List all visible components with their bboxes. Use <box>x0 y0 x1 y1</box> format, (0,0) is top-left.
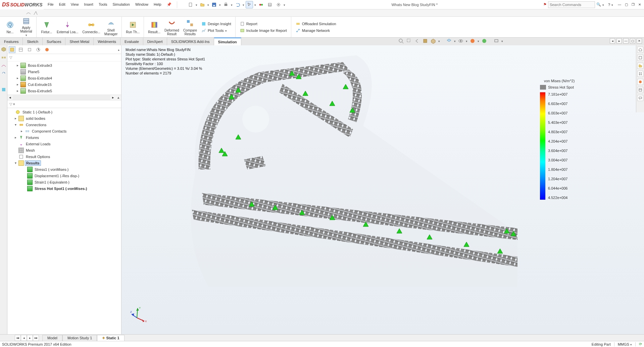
lv-curve-icon[interactable] <box>1 63 6 68</box>
study-fixtures[interactable]: ▸Fixtures <box>7 134 121 141</box>
scene-icon[interactable] <box>481 38 487 44</box>
study-external-loads[interactable]: External Loads <box>7 141 121 147</box>
tree-item[interactable]: ▸Boss-Extrude5 <box>7 88 121 94</box>
fm-tab-display-icon[interactable] <box>44 46 50 53</box>
display-style-icon[interactable] <box>446 38 452 44</box>
undo-dropdown[interactable] <box>243 3 244 7</box>
fm-tab-tree-icon[interactable] <box>9 46 15 53</box>
bottom-tab-motion-study[interactable]: Motion Study 1 <box>62 335 97 341</box>
view-settings-drop[interactable] <box>501 39 503 43</box>
scroll-right-icon[interactable]: ▸ <box>110 95 116 100</box>
gw-min-icon[interactable]: — <box>623 38 629 44</box>
shell-manager-button[interactable]: Shell Manager <box>102 17 119 37</box>
traffic-light-icon[interactable] <box>257 1 265 8</box>
minimize-button[interactable]: — <box>616 2 623 8</box>
compare-results-button[interactable]: Compare Results <box>181 17 199 37</box>
connections-button[interactable]: Connectio... <box>80 17 102 37</box>
lv-assembly-icon[interactable] <box>1 55 6 60</box>
status-units[interactable]: MMGS <box>618 342 632 346</box>
search-flag-icon[interactable]: ⚑ <box>543 2 547 7</box>
fm-tab-property-icon[interactable] <box>17 46 24 53</box>
display-style-drop[interactable] <box>454 39 456 43</box>
menu-window[interactable]: Window <box>135 2 148 7</box>
study-connections[interactable]: ▾Connections <box>7 121 121 128</box>
tab-nav-prev-icon[interactable]: ◂ <box>21 335 27 341</box>
tab-evaluate[interactable]: Evaluate <box>120 38 143 45</box>
help-icon[interactable]: ? <box>608 3 610 7</box>
view-orientation-drop[interactable] <box>438 39 440 43</box>
filter-icon[interactable]: ▽ <box>9 55 12 60</box>
lv-part-icon[interactable] <box>1 47 6 52</box>
tab-simulation[interactable]: Simulation <box>214 38 241 45</box>
deformed-result-button[interactable]: Deformed Result <box>162 17 181 37</box>
plot-stress1[interactable]: Stress1 (-vonMises-) <box>7 166 121 172</box>
restore-child-button[interactable]: ❐ <box>630 2 636 8</box>
sketch-icon-small[interactable] <box>26 10 32 16</box>
select-dropdown[interactable] <box>254 3 256 7</box>
fm-tab-dimxpert-icon[interactable] <box>35 46 42 53</box>
search-icon[interactable]: 🔍 <box>596 2 601 7</box>
gw-prev-icon[interactable]: ◂ <box>610 38 615 44</box>
open-dropdown[interactable] <box>207 3 209 7</box>
menu-simulation[interactable]: Simulation <box>113 2 130 7</box>
taskpane-design-library-icon[interactable] <box>637 55 643 61</box>
menu-edit[interactable]: Edit <box>59 2 65 7</box>
offloaded-simulation-button[interactable]: Offloaded Simulation <box>295 21 336 27</box>
gw-next-icon[interactable]: ▸ <box>616 38 622 44</box>
report-button[interactable]: Report <box>240 21 287 27</box>
taskpane-view-palette-icon[interactable] <box>637 71 643 77</box>
menu-help[interactable]: Help <box>154 2 161 7</box>
undo-button[interactable] <box>234 1 241 8</box>
section-view-icon[interactable] <box>422 38 428 44</box>
search-dropdown[interactable] <box>602 3 604 7</box>
tab-nav-next-icon[interactable]: ▸ <box>27 335 33 341</box>
save-button[interactable] <box>210 1 218 8</box>
new-button[interactable] <box>187 1 194 8</box>
fm-horizontal-scroll[interactable]: ◂▸ ▴ <box>7 95 121 100</box>
fm-tab-config-icon[interactable] <box>26 46 33 53</box>
taskpane-custom-props-icon[interactable] <box>637 87 643 93</box>
study-component-contacts[interactable]: ▸Component Contacts <box>7 128 121 134</box>
taskpane-home-icon[interactable] <box>637 47 643 53</box>
tab-sheet-metal[interactable]: Sheet Metal <box>65 38 94 45</box>
help-dropdown[interactable] <box>611 3 613 7</box>
options-dropdown[interactable] <box>284 3 285 7</box>
rebuild-button[interactable] <box>266 1 274 8</box>
tab-nav-first-icon[interactable]: ⏮ <box>15 335 21 341</box>
study-root[interactable]: Static 1 (-Default-) <box>7 109 121 115</box>
appearance-drop[interactable] <box>478 39 479 43</box>
tab-nav-last-icon[interactable]: ⏭ <box>33 335 39 341</box>
lv-rotate-icon[interactable] <box>1 71 6 76</box>
search-commands-input[interactable] <box>548 1 595 8</box>
open-button[interactable] <box>199 1 206 8</box>
scroll-left-icon[interactable]: ◂ <box>7 95 13 100</box>
results-button[interactable]: Result... <box>146 17 162 37</box>
fm-flyout-icon[interactable] <box>118 47 120 52</box>
view-settings-icon[interactable] <box>493 38 499 44</box>
external-loads-button[interactable]: External Loa... <box>55 17 80 37</box>
tree-item[interactable]: Plane5 <box>7 68 121 75</box>
menu-insert[interactable]: Insert <box>84 2 93 7</box>
view-orientation-icon[interactable] <box>430 38 436 44</box>
study-solid-bodies[interactable]: ▸solid bodies <box>7 115 121 121</box>
tab-sketch[interactable]: Sketch <box>23 38 43 45</box>
zoom-area-icon[interactable] <box>406 38 412 44</box>
options-button[interactable] <box>275 1 282 8</box>
plot-stress-hot-spot1[interactable]: Stress Hot Spot1 (-vonMises-) <box>7 185 121 192</box>
menu-file[interactable]: File <box>48 2 54 7</box>
tab-dimxpert[interactable]: DimXpert <box>143 38 167 45</box>
menu-pin-icon[interactable]: 📌 <box>167 2 171 7</box>
scroll-up-icon[interactable]: ▴ <box>116 95 121 100</box>
graphics-viewport[interactable]: Model name:Whats New Blog StudyFIN Study… <box>121 45 644 334</box>
apply-material-button[interactable]: Apply Material <box>18 17 34 37</box>
tree-item[interactable]: ▸Cut-Extrude15 <box>7 81 121 88</box>
plot-strain1[interactable]: Strain1 (-Equivalent-) <box>7 179 121 185</box>
plot-tools-button[interactable]: Plot Tools <box>201 28 231 33</box>
tab-features[interactable]: Features <box>0 38 23 45</box>
zoom-fit-icon[interactable] <box>398 38 404 44</box>
study-mesh[interactable]: Mesh <box>7 147 121 153</box>
menu-view[interactable]: View <box>71 2 79 7</box>
lv-placeholder-icon[interactable] <box>1 79 6 84</box>
line-tool-icon[interactable] <box>33 10 39 16</box>
design-insight-button[interactable]: Design Insight <box>201 21 231 27</box>
